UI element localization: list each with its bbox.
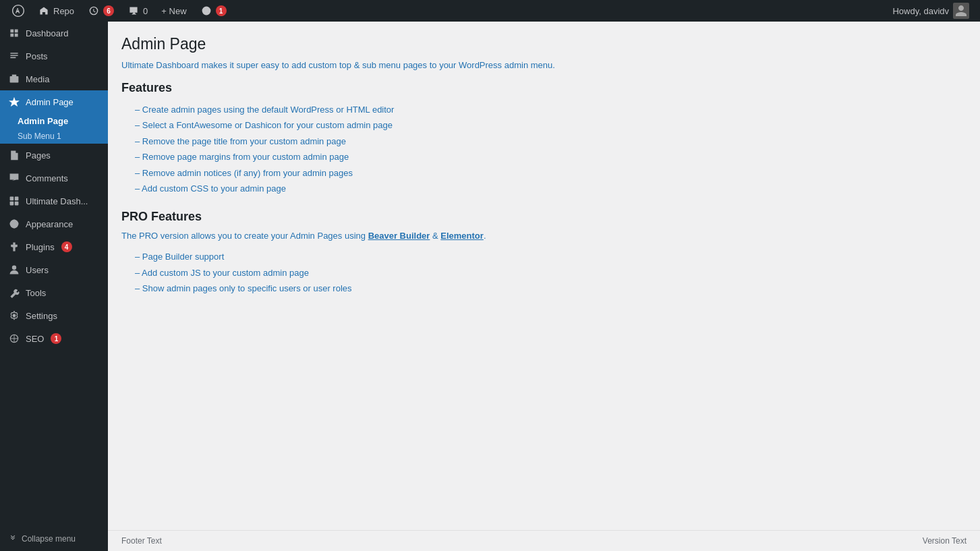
sidebar-submenu-sub-menu-1[interactable]: Sub Menu 1 [0,129,108,144]
seo-label: SEO [26,334,44,344]
sidebar-item-settings[interactable]: Settings [0,304,108,327]
pro-intro: The PRO version allows you to create you… [121,231,967,241]
new-label: + New [161,6,186,16]
features-title: Features [121,81,967,95]
feature-item: – Select a FontAwesome or Dashicon for y… [135,117,967,133]
pro-intro-end: . [484,231,486,241]
ultimate-dash-label: Ultimate Dash... [26,196,88,206]
tools-icon [8,287,20,299]
svg-rect-2 [10,197,14,201]
sidebar-item-comments[interactable]: Comments [0,167,108,190]
feature-item: – Create admin pages using the default W… [135,102,967,117]
appearance-icon [8,218,20,230]
adminbar-comments[interactable]: 0 [121,0,154,22]
svg-rect-3 [15,197,19,201]
media-label: Media [26,74,49,84]
appearance-label: Appearance [26,219,73,229]
sub-menu-1-label: Sub Menu 1 [18,132,61,141]
settings-icon [8,310,20,322]
home-icon [38,5,50,17]
admin-page-menu-label: Admin Page [26,97,74,107]
comments-count: 0 [143,6,148,16]
sidebar-active-section: Admin Page Admin Page Sub Menu 1 [0,90,108,144]
pages-icon [8,149,20,161]
pro-features-list: – Page Builder support – Add custom JS t… [121,249,967,296]
feature-item: – Remove the page title from your custom… [135,134,967,149]
page-title: Admin Page [121,35,967,53]
plugins-icon [8,241,20,253]
pages-label: Pages [26,150,51,161]
wp-icon [12,5,24,17]
updates-icon [88,5,100,17]
updates-badge: 6 [103,5,114,16]
sidebar-item-tools[interactable]: Tools [0,281,108,304]
sidebar-item-admin-page[interactable]: Admin Page [0,90,108,113]
dashboard-icon [8,27,20,39]
users-label: Users [26,265,49,275]
comments-icon [127,5,140,17]
svg-rect-4 [10,202,14,206]
svg-rect-5 [15,202,19,206]
svg-point-8 [13,314,16,318]
admin-page-sub-label: Admin Page [18,116,68,126]
adminbar-updates[interactable]: 6 [81,0,121,22]
pro-feature-item: – Show admin pages only to specific user… [135,281,967,296]
yoast-badge: 1 [216,5,227,16]
posts-label: Posts [26,51,48,61]
feature-item: – Remove page margins from your custom a… [135,149,967,165]
svg-point-0 [202,7,210,16]
sidebar-item-dashboard[interactable]: Dashboard [0,22,108,45]
ultimate-dash-icon [8,195,20,207]
main-content: Admin Page Ultimate Dashboard makes it s… [108,22,980,551]
tools-label: Tools [26,288,46,298]
adminbar-new[interactable]: + New [154,0,193,22]
sidebar-item-media[interactable]: Media [0,67,108,90]
sidebar-item-users[interactable]: Users [0,258,108,281]
admin-sidebar: Dashboard Posts Media Admin Page [0,22,108,551]
feature-item: – Remove admin notices (if any) from you… [135,165,967,181]
intro-text: Ultimate Dashboard makes it super easy t… [121,60,967,70]
collapse-icon [8,533,18,544]
sidebar-submenu-admin-page[interactable]: Admin Page [0,113,108,129]
admin-bar: Repo 6 0 + New 1 Howdy, davidv [0,0,980,22]
seo-icon [8,332,20,345]
collapse-menu-button[interactable]: Collapse menu [0,526,108,551]
star-icon [8,96,20,108]
comments-sidebar-icon [8,172,20,184]
avatar [953,3,969,19]
pro-features-title: PRO Features [121,210,967,224]
beaver-builder-link[interactable]: Beaver Builder [368,231,430,241]
sidebar-item-seo[interactable]: SEO 1 [0,327,108,350]
posts-icon [8,50,20,62]
repo-label: Repo [53,6,74,16]
seo-badge: 1 [51,333,61,344]
dashboard-label: Dashboard [26,28,69,38]
pro-feature-item: – Add custom JS to your custom admin pag… [135,265,967,281]
sidebar-item-pages[interactable]: Pages [0,144,108,167]
comments-label: Comments [26,173,68,183]
elementor-link[interactable]: Elementor [440,231,484,241]
pro-intro-plain: The PRO version allows you to create you… [121,231,368,241]
media-icon [8,73,20,85]
sidebar-item-appearance[interactable]: Appearance [0,212,108,235]
user-greeting[interactable]: Howdy, davidv [887,3,975,19]
sidebar-item-ultimate-dash[interactable]: Ultimate Dash... [0,190,108,212]
plugins-label: Plugins [26,242,55,252]
yoast-icon [200,5,212,17]
pro-intro-amp: & [430,231,440,241]
adminbar-yoast[interactable]: 1 [194,0,233,22]
collapse-label: Collapse menu [22,534,76,544]
sidebar-item-plugins[interactable]: Plugins 4 [0,235,108,258]
adminbar-repo[interactable]: Repo [31,0,81,22]
plugins-badge: 4 [61,241,72,252]
pro-feature-item: – Page Builder support [135,249,967,264]
sidebar-item-posts[interactable]: Posts [0,45,108,67]
footer-right: Version Text [923,536,967,546]
howdy-text: Howdy, davidv [892,6,949,16]
svg-rect-1 [10,76,19,83]
settings-label: Settings [26,311,57,321]
footer: Footer Text Version Text [108,530,980,551]
users-icon [8,264,20,276]
footer-left: Footer Text [121,536,162,546]
wp-logo[interactable] [5,0,31,22]
